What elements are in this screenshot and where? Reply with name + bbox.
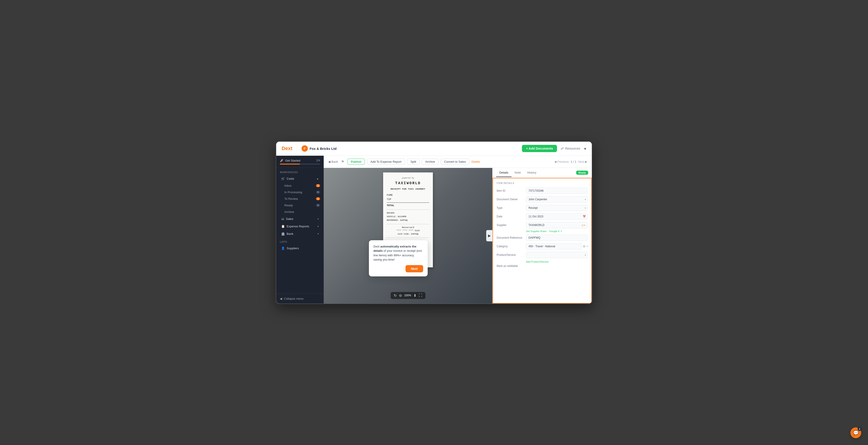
date-input[interactable] bbox=[526, 213, 588, 220]
user-icon-button[interactable]: ● bbox=[584, 146, 586, 151]
receipt-fare-row: FARE bbox=[387, 193, 429, 197]
add-expense-report-button[interactable]: Add To Expense Report bbox=[367, 159, 405, 165]
chat-fab-button[interactable]: 💬 2 bbox=[850, 427, 861, 438]
chevron-down-icon: ▾ bbox=[318, 218, 319, 220]
receipt-powered-by: powered by bbox=[387, 177, 429, 180]
next-button[interactable]: Next ▶ bbox=[578, 160, 587, 163]
doc-next-arrow[interactable]: ▶ bbox=[486, 230, 492, 242]
fab-badge: 2 bbox=[858, 427, 862, 431]
sidebar-item-to-review[interactable]: To Review 1 bbox=[276, 195, 324, 202]
product-service-row: Product/Service bbox=[497, 252, 588, 258]
rotate-button[interactable]: ↻ bbox=[394, 293, 397, 298]
set-supplier-rules-link[interactable]: Set Supplier Rules bbox=[526, 230, 547, 233]
item-id-input[interactable] bbox=[526, 188, 588, 194]
doc-ref-row: Document Reference bbox=[497, 234, 588, 241]
sidebar-item-expense-reports[interactable]: 📋 Expense Reports ▾ bbox=[278, 223, 322, 230]
add-product-anchor[interactable]: Add Product/Service bbox=[526, 260, 549, 263]
archive-label: Archive bbox=[284, 210, 294, 214]
type-select[interactable]: Receipt bbox=[526, 205, 588, 211]
vehicle-value: N222MPB bbox=[398, 216, 406, 218]
details-form: ITEM DETAILS Item ID Document Owner John bbox=[493, 178, 592, 304]
archive-button[interactable]: Archive bbox=[422, 159, 438, 165]
back-button[interactable]: ◀ Back bbox=[328, 160, 338, 163]
chat-icon: 💬 bbox=[853, 430, 859, 436]
product-service-select[interactable] bbox=[526, 252, 588, 258]
collapse-menu-button[interactable]: ◀ Collapse menu bbox=[276, 293, 324, 304]
publish-button[interactable]: Publish bbox=[347, 159, 365, 165]
reference-label: REFERENCE: bbox=[387, 219, 399, 221]
flag-button[interactable]: ⚑ bbox=[340, 159, 345, 165]
tab-history[interactable]: History bbox=[524, 168, 539, 177]
document-viewer: powered by TAXIWORLD RECEIPT FOR TAXI JO… bbox=[324, 168, 492, 304]
add-docs-button[interactable]: + Add Documents bbox=[522, 145, 557, 152]
google-it-label: Google It bbox=[549, 230, 559, 232]
sales-icon: 🗂 bbox=[281, 217, 284, 221]
collapse-label: Collapse menu bbox=[284, 297, 304, 300]
split-button[interactable]: Split bbox=[407, 159, 420, 165]
sidebar-item-in-processing[interactable]: In Processing 0 bbox=[276, 189, 324, 195]
auth-label: Auth Code: DAPFWQ bbox=[387, 232, 429, 236]
total-label: TOTAL bbox=[387, 203, 394, 208]
category-input-group: ⚙ ▾ bbox=[526, 243, 588, 250]
product-service-label: Product/Service bbox=[497, 253, 524, 256]
pagination: ◀ Previous 1 / 1 Next ▶ bbox=[554, 160, 587, 163]
date-input-wrap bbox=[526, 213, 588, 220]
delete-button[interactable]: Delete bbox=[471, 160, 480, 163]
company-avatar-letter: F bbox=[302, 145, 308, 152]
bank-icon: 🏦 bbox=[281, 232, 285, 235]
add-docs-label: + Add Documents bbox=[526, 147, 553, 150]
tooltip-next-button[interactable]: Next bbox=[405, 265, 423, 272]
doc-ref-input[interactable] bbox=[526, 234, 588, 241]
workspaces-label: WORKSPACES bbox=[276, 168, 324, 175]
zoom-out-button[interactable]: ⊖ bbox=[399, 293, 402, 298]
receipt-company: TAXIWORLD bbox=[387, 181, 429, 186]
category-input[interactable] bbox=[526, 243, 582, 250]
company-name: Fox & Bricks Ltd bbox=[310, 147, 337, 151]
doc-owner-select[interactable]: John Carpenter bbox=[526, 196, 588, 202]
inbox-badge: 1 bbox=[316, 184, 320, 187]
inbox-label: Inbox bbox=[284, 184, 291, 187]
sidebar-item-inbox[interactable]: Inbox 1 bbox=[276, 182, 324, 189]
vehicle-label: VEHICLE: bbox=[387, 216, 397, 218]
supplier-warning-icon: ⚠ bbox=[581, 224, 584, 227]
sidebar-item-sales[interactable]: 🗂 Sales ▾ bbox=[278, 215, 322, 222]
progress-bar-fill bbox=[280, 164, 300, 164]
rocket-icon: 🚀 bbox=[280, 159, 283, 162]
sidebar-item-archive[interactable]: Archive bbox=[276, 209, 324, 215]
google-it-link[interactable]: Google It ↗ bbox=[549, 230, 562, 233]
sidebar-item-costs[interactable]: 🛒 Costs ▲ bbox=[278, 175, 322, 182]
add-product-link[interactable]: Add Product/Service bbox=[497, 260, 588, 263]
item-id-row: Item ID bbox=[497, 188, 588, 194]
card-stars: **** **** **** 5129 bbox=[387, 229, 429, 232]
previous-button[interactable]: ◀ Previous bbox=[554, 160, 569, 163]
tab-details[interactable]: Details bbox=[496, 168, 512, 177]
sales-label: Sales bbox=[286, 217, 293, 221]
supplier-input-wrap[interactable]: TAXIWORLD ⚠ ▾ bbox=[526, 222, 588, 228]
sidebar-item-bank[interactable]: 🏦 Bank ▾ bbox=[278, 230, 322, 237]
resources-button[interactable]: ☍ Resources bbox=[561, 147, 580, 150]
convert-to-sales-button[interactable]: Convert to Sales bbox=[441, 159, 469, 165]
bank-label: Bank bbox=[287, 232, 293, 235]
supplier-chevron-icon: ▾ bbox=[584, 224, 585, 226]
fare-label: FARE bbox=[387, 193, 393, 197]
supplier-value: TAXIWORLD bbox=[528, 224, 581, 227]
sidebar-item-suppliers[interactable]: 👤 Suppliers bbox=[278, 245, 322, 252]
download-button[interactable]: ⬇ bbox=[413, 293, 416, 298]
receipt-divider-2 bbox=[387, 224, 429, 224]
get-started-section: 🚀 Get Started 2/4 bbox=[276, 156, 324, 168]
type-select-wrap: Receipt bbox=[526, 205, 588, 211]
chevron-left-icon: ◀ bbox=[328, 160, 331, 163]
doc-ref-label: Document Reference bbox=[497, 236, 524, 239]
tooltip-popup: Dext automatically extracts the details … bbox=[369, 240, 428, 277]
category-settings-icon[interactable]: ⚙ bbox=[583, 245, 586, 248]
to-review-badge: 1 bbox=[316, 197, 320, 200]
mark-rebillable-row: Mark as rebillable bbox=[497, 264, 588, 267]
expense-icon: 📋 bbox=[281, 225, 285, 228]
sidebar-item-ready[interactable]: Ready 0 bbox=[276, 202, 324, 209]
fullscreen-button[interactable]: ⛶ bbox=[418, 293, 422, 297]
tab-note[interactable]: Note bbox=[512, 168, 524, 177]
doc-owner-select-wrap: John Carpenter bbox=[526, 196, 588, 202]
receipt-reference-row: REFERENCE: DAPFWQ bbox=[387, 219, 429, 222]
receipt-divider bbox=[387, 210, 429, 210]
type-label: Type bbox=[497, 206, 524, 210]
